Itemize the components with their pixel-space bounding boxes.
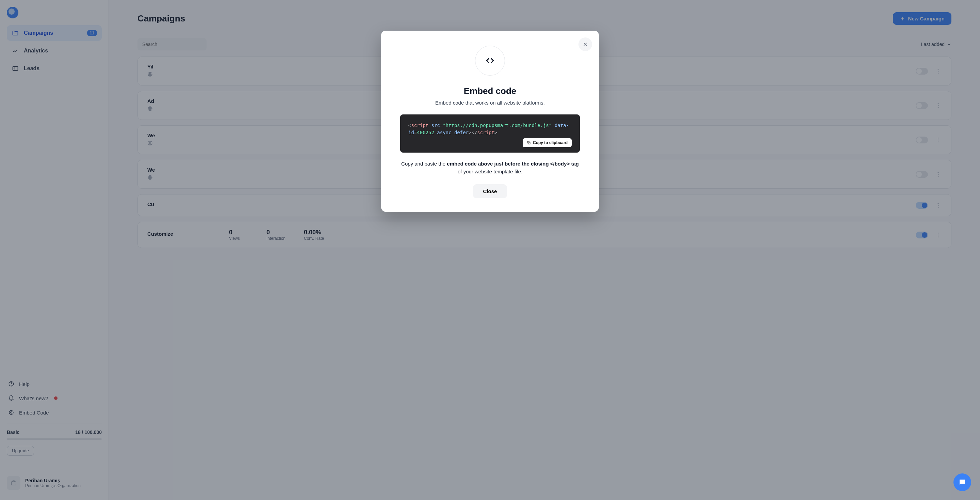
modal-icon-circle [475, 46, 505, 76]
modal-outer: Embed code Embed code that works on all … [381, 30, 599, 212]
code-token: </ [472, 130, 477, 135]
code-token: 400252 [417, 130, 434, 135]
desc-suffix: of your website template file. [458, 169, 522, 174]
copy-label: Copy to clipboard [533, 140, 568, 145]
code-icon [485, 56, 495, 65]
embed-code-modal: Embed code Embed code that works on all … [383, 33, 597, 210]
desc-bold: embed code above just before the closing… [447, 161, 579, 166]
modal-overlay[interactable]: Embed code Embed code that works on all … [0, 0, 980, 500]
code-token: defer [454, 130, 469, 135]
code-token: async [437, 130, 451, 135]
desc-prefix: Copy and paste the [401, 161, 447, 166]
code-token: = [440, 123, 443, 128]
code-token: script [477, 130, 495, 135]
modal-subtitle: Embed code that works on all website pla… [400, 100, 580, 105]
chat-icon [958, 478, 966, 486]
code-token: "https://cdn.popupsmart.com/bundle.js" [443, 123, 552, 128]
code-token: src [431, 123, 440, 128]
copy-icon [527, 141, 531, 145]
copy-to-clipboard-button[interactable]: Copy to clipboard [523, 138, 572, 147]
modal-close-text-button[interactable]: Close [473, 184, 508, 198]
modal-title: Embed code [400, 86, 580, 96]
chat-widget-button[interactable] [953, 473, 971, 491]
modal-description: Copy and paste the embed code above just… [400, 160, 580, 176]
embed-code-block: <script src="https://cdn.popupsmart.com/… [400, 115, 580, 153]
code-token: > [469, 130, 471, 135]
close-icon [582, 42, 588, 47]
modal-close-button[interactable] [579, 37, 592, 51]
code-token: > [495, 130, 497, 135]
code-token: script [411, 123, 428, 128]
